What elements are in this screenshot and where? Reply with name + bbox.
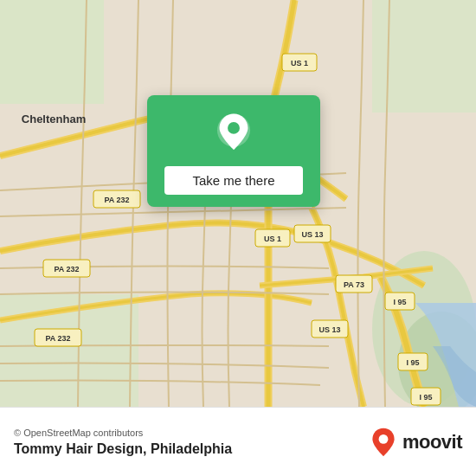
moovit-pin-icon [370, 427, 397, 458]
svg-text:PA 73: PA 73 [344, 280, 364, 289]
svg-text:US 1: US 1 [291, 59, 308, 68]
bottom-left-info: © OpenStreetMap contributors Tommy Hair … [14, 428, 232, 457]
svg-point-31 [378, 434, 388, 444]
location-name: Tommy Hair Design, Philadelphia [14, 441, 232, 457]
pin-icon [211, 111, 256, 156]
svg-text:I 95: I 95 [419, 393, 432, 402]
map-container: PA 232 PA 232 PA 232 US 1 US 1 US 13 US … [0, 0, 476, 407]
svg-text:US 13: US 13 [318, 325, 340, 334]
location-card: Take me there [147, 95, 320, 207]
svg-rect-1 [0, 0, 104, 104]
svg-text:US 13: US 13 [301, 230, 323, 239]
svg-text:I 95: I 95 [393, 298, 406, 306]
bottom-bar: © OpenStreetMap contributors Tommy Hair … [0, 407, 476, 476]
moovit-logo: moovit [370, 427, 462, 458]
svg-text:PA 232: PA 232 [45, 334, 70, 343]
svg-text:Cheltenham: Cheltenham [22, 113, 86, 125]
svg-text:I 95: I 95 [406, 358, 419, 367]
svg-text:PA 232: PA 232 [104, 196, 129, 204]
svg-text:US 1: US 1 [264, 235, 281, 243]
svg-point-30 [228, 122, 240, 134]
osm-credit: © OpenStreetMap contributors [14, 428, 232, 438]
take-me-there-button[interactable]: Take me there [164, 166, 303, 195]
svg-text:PA 232: PA 232 [54, 265, 79, 273]
moovit-text: moovit [402, 431, 462, 453]
